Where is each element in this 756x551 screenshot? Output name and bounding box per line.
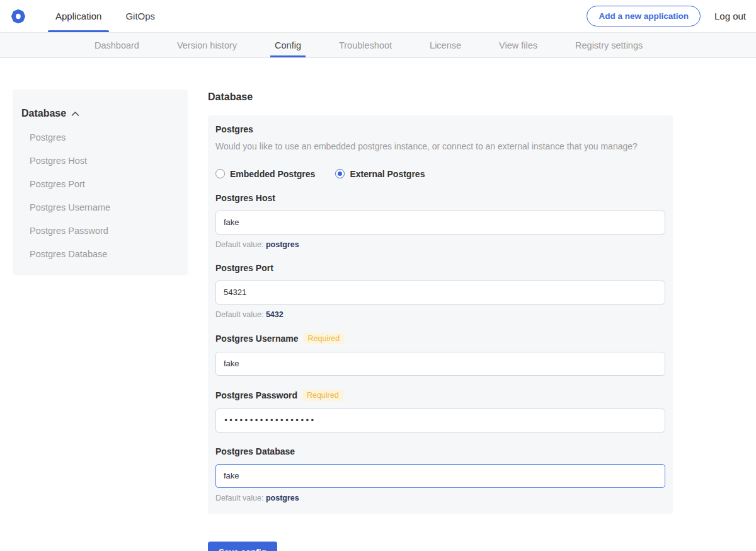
postgres-database-input[interactable] — [215, 464, 665, 488]
database-config-panel: Postgres Would you like to use an embedd… — [208, 115, 673, 514]
radio-selected-icon — [335, 169, 345, 178]
default-value-text: postgres — [266, 240, 299, 249]
sidebar-item-postgres-password[interactable]: Postgres Password — [30, 226, 176, 236]
logout-link[interactable]: Log out — [714, 11, 746, 21]
radio-embedded-postgres[interactable]: Embedded Postgres — [215, 169, 315, 179]
subnav-config-label: Config — [275, 40, 301, 50]
subnav-license[interactable]: License — [430, 33, 461, 57]
sidebar-group-database[interactable]: Database — [21, 108, 176, 119]
subnav-config[interactable]: Config — [275, 33, 301, 57]
subnav-registry-settings[interactable]: Registry settings — [575, 33, 643, 57]
subnav-license-label: License — [430, 40, 461, 50]
tab-application[interactable]: Application — [48, 0, 109, 32]
sidebar-items: Postgres Postgres Host Postgres Port Pos… — [21, 132, 176, 259]
tab-gitops-label: GitOps — [125, 11, 155, 21]
add-application-button[interactable]: Add a new application — [587, 6, 701, 26]
radio-external-postgres[interactable]: External Postgres — [335, 169, 425, 179]
default-value-label: Default value: — [215, 240, 263, 249]
postgres-group-description: Would you like to use an embedded postgr… — [215, 141, 665, 153]
tab-application-label: Application — [55, 11, 101, 21]
config-sidebar: Database Postgres Postgres Host Postgres… — [13, 90, 188, 276]
field-postgres-host: Postgres Host Default value: postgres — [215, 193, 665, 249]
subnav-troubleshoot-label: Troubleshoot — [339, 40, 392, 50]
field-postgres-database-label: Postgres Database — [215, 446, 295, 456]
config-content: Database Postgres Postgres Host Postgres… — [0, 58, 756, 551]
required-badge: Required — [304, 333, 345, 344]
postgres-mode-radios: Embedded Postgres External Postgres — [215, 169, 665, 179]
sidebar-item-postgres[interactable]: Postgres — [30, 132, 176, 142]
sidebar-item-postgres-database[interactable]: Postgres Database — [30, 249, 176, 259]
config-main: Database Postgres Would you like to use … — [208, 90, 673, 551]
postgres-password-input[interactable] — [215, 409, 665, 432]
postgres-database-default-hint: Default value: postgres — [215, 494, 665, 502]
field-postgres-password-label: Postgres Password — [215, 390, 297, 400]
sidebar-item-postgres-port[interactable]: Postgres Port — [30, 179, 176, 189]
app-logo[interactable] — [6, 0, 30, 32]
default-value-text: postgres — [266, 494, 299, 502]
field-postgres-database: Postgres Database Default value: postgre… — [215, 446, 665, 502]
radio-embedded-postgres-label: Embedded Postgres — [230, 169, 315, 179]
subnav-version-history[interactable]: Version history — [177, 33, 237, 57]
subnav-view-files-label: View files — [499, 40, 537, 50]
field-postgres-host-label: Postgres Host — [215, 193, 275, 203]
top-tabs: Application GitOps — [48, 0, 171, 32]
field-postgres-port-label: Postgres Port — [215, 263, 273, 273]
subnav-version-history-label: Version history — [177, 40, 237, 50]
replicated-logo-icon — [11, 9, 25, 23]
field-postgres-port: Postgres Port Default value: 5432 — [215, 263, 665, 319]
postgres-username-input[interactable] — [215, 352, 665, 376]
tab-gitops[interactable]: GitOps — [118, 0, 163, 32]
save-config-button[interactable]: Save config — [208, 542, 277, 551]
page-title: Database — [208, 91, 673, 103]
chevron-up-icon — [71, 111, 79, 117]
subnav-view-files[interactable]: View files — [499, 33, 537, 57]
radio-external-postgres-label: External Postgres — [350, 169, 425, 179]
field-postgres-username: Postgres Username Required — [215, 333, 665, 376]
subnav-dashboard[interactable]: Dashboard — [94, 33, 139, 57]
postgres-host-default-hint: Default value: postgres — [215, 240, 665, 249]
default-value-text: 5432 — [266, 310, 284, 319]
postgres-port-input[interactable] — [215, 281, 665, 304]
sidebar-item-postgres-username[interactable]: Postgres Username — [30, 202, 176, 212]
postgres-host-input[interactable] — [215, 211, 665, 235]
field-postgres-password: Postgres Password Required — [215, 390, 665, 432]
field-postgres-username-label: Postgres Username — [215, 334, 299, 344]
required-badge: Required — [302, 390, 343, 401]
radio-unselected-icon — [215, 169, 225, 178]
default-value-label: Default value: — [215, 310, 263, 319]
subnav-registry-settings-label: Registry settings — [575, 40, 643, 50]
top-navigation-bar: Application GitOps Add a new application… — [0, 0, 756, 33]
default-value-label: Default value: — [215, 494, 263, 502]
app-subnav: Dashboard Version history Config Trouble… — [0, 33, 756, 58]
subnav-dashboard-label: Dashboard — [94, 40, 139, 50]
sidebar-group-database-label: Database — [21, 108, 66, 119]
sidebar-item-postgres-host[interactable]: Postgres Host — [30, 156, 176, 166]
postgres-group-title: Postgres — [215, 124, 665, 134]
postgres-port-default-hint: Default value: 5432 — [215, 310, 665, 319]
topnav-right: Add a new application Log out — [587, 0, 746, 32]
subnav-troubleshoot[interactable]: Troubleshoot — [339, 33, 392, 57]
